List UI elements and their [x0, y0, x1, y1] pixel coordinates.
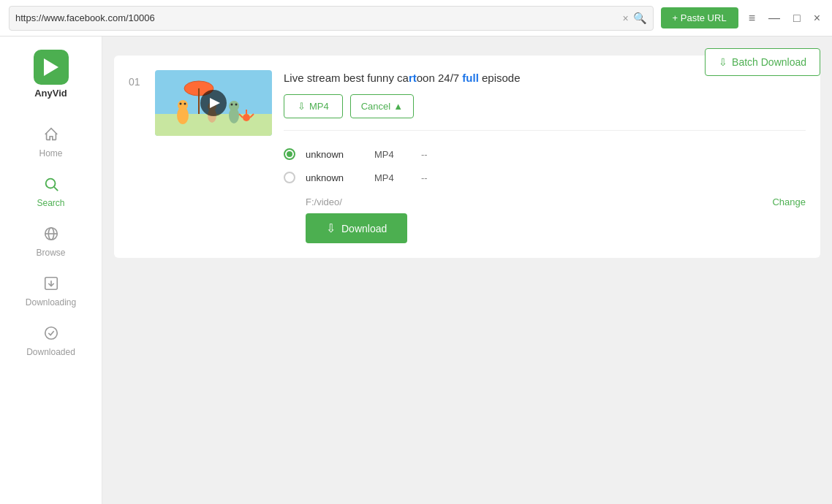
svg-point-16 — [180, 103, 182, 105]
batch-download-icon: ⇩ — [719, 56, 727, 68]
action-buttons: ⇩ MP4 Cancel ▲ — [284, 94, 806, 118]
svg-point-17 — [184, 103, 186, 105]
downloading-icon — [43, 275, 59, 294]
radio-option-1[interactable] — [284, 148, 295, 160]
url-text: https://www.facebook.com/10006 — [15, 12, 618, 23]
paste-url-button[interactable]: + Paste URL — [661, 7, 738, 28]
download-button[interactable]: ⇩ Download — [306, 213, 407, 243]
option-row-1[interactable]: unknown MP4 -- — [284, 142, 806, 166]
menu-button[interactable]: ≡ — [746, 9, 758, 28]
video-card: 01 — [114, 56, 820, 258]
cancel-button[interactable]: Cancel ▲ — [350, 94, 414, 118]
cancel-label: Cancel — [361, 101, 390, 112]
chevron-up-icon: ▲ — [393, 101, 403, 112]
radio-option-2[interactable] — [284, 172, 295, 183]
content-area: ⇩ Batch Download 01 — [102, 37, 832, 504]
batch-download-button[interactable]: ⇩ Batch Download — [705, 48, 820, 76]
app-name-label: AnyVid — [34, 88, 67, 99]
batch-download-label: Batch Download — [732, 56, 806, 68]
mp4-label: MP4 — [309, 101, 329, 112]
sidebar-item-downloading-label: Downloading — [26, 297, 76, 308]
search-icon — [43, 176, 59, 195]
save-path-text: F:/video/ — [306, 196, 342, 207]
downloaded-icon — [43, 325, 59, 344]
browse-icon — [43, 226, 59, 245]
svg-point-23 — [229, 101, 239, 111]
change-path-button[interactable]: Change — [772, 196, 806, 207]
home-icon — [43, 126, 59, 145]
mp4-button[interactable]: ⇩ MP4 — [284, 94, 343, 118]
mp4-download-icon: ⇩ — [298, 101, 306, 112]
video-number: 01 — [129, 76, 143, 88]
window-controls: ≡ — □ × — [746, 9, 823, 28]
video-thumbnail[interactable] — [155, 70, 272, 136]
video-row: 01 — [129, 70, 806, 243]
close-button[interactable]: × — [811, 9, 823, 28]
svg-point-8 — [45, 327, 57, 340]
url-bar: https://www.facebook.com/10006 × 🔍 — [9, 6, 654, 31]
play-button[interactable] — [200, 90, 227, 116]
main-layout: AnyVid Home Search Browse Downloading Do… — [0, 37, 832, 504]
option-2-label: unknown — [306, 172, 364, 183]
option-1-size: -- — [421, 149, 428, 160]
sidebar-item-search[interactable]: Search — [0, 169, 102, 215]
app-logo-icon — [34, 50, 69, 85]
option-2-format: MP4 — [374, 172, 411, 183]
clear-url-button[interactable]: × — [622, 13, 628, 23]
path-row: F:/video/ Change — [284, 189, 806, 213]
svg-point-26 — [243, 114, 250, 121]
logo-svg — [39, 56, 63, 79]
sidebar-item-search-label: Search — [37, 198, 64, 208]
sidebar-item-home[interactable]: Home — [0, 119, 102, 166]
logo-area: AnyVid — [34, 44, 69, 104]
option-2-size: -- — [421, 172, 428, 183]
svg-point-24 — [231, 104, 233, 106]
sidebar-item-browse-label: Browse — [36, 248, 65, 258]
title-bar: https://www.facebook.com/10006 × 🔍 + Pas… — [0, 0, 832, 37]
sidebar-item-downloading[interactable]: Downloading — [0, 268, 102, 315]
sidebar: AnyVid Home Search Browse Downloading Do… — [0, 37, 102, 504]
download-label: Download — [341, 223, 387, 234]
maximize-button[interactable]: □ — [790, 9, 803, 28]
sidebar-item-downloaded-label: Downloaded — [26, 347, 75, 357]
svg-point-25 — [235, 104, 238, 106]
download-arrow-icon: ⇩ — [326, 221, 336, 235]
sidebar-item-home-label: Home — [39, 148, 62, 159]
option-1-format: MP4 — [374, 149, 411, 160]
video-info: Live stream best funny cartoon 24/7 full… — [284, 70, 806, 243]
minimize-button[interactable]: — — [765, 9, 783, 28]
svg-point-1 — [45, 179, 55, 188]
svg-line-2 — [54, 187, 58, 191]
options-section: unknown MP4 -- unknown MP4 -- — [284, 130, 806, 243]
sidebar-item-downloaded[interactable]: Downloaded — [0, 318, 102, 364]
svg-marker-0 — [44, 58, 58, 76]
svg-point-15 — [178, 100, 188, 110]
option-1-label: unknown — [306, 149, 364, 160]
option-row-2[interactable]: unknown MP4 -- — [284, 166, 806, 189]
search-icon: 🔍 — [633, 12, 647, 25]
sidebar-item-browse[interactable]: Browse — [0, 218, 102, 265]
